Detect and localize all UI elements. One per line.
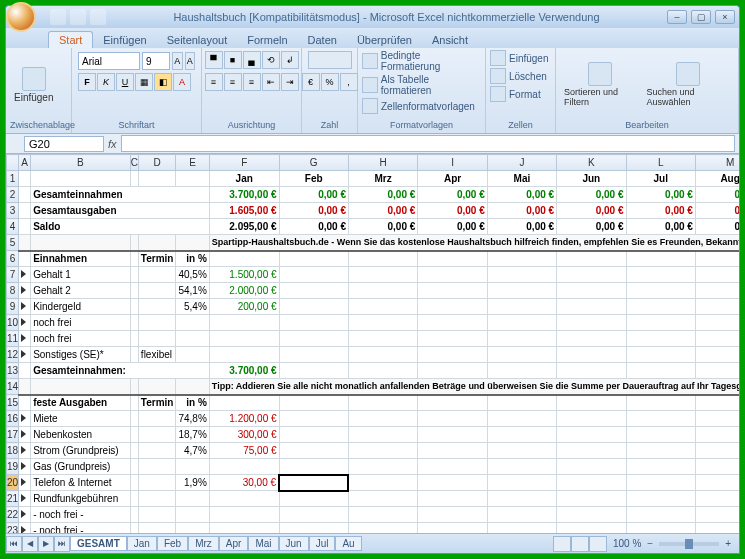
delete-cells-button[interactable]: Löschen: [490, 68, 547, 84]
cell[interactable]: flexibel: [138, 347, 176, 363]
cell[interactable]: [130, 379, 138, 395]
sheet-last-button[interactable]: ⏭: [54, 536, 70, 552]
cell[interactable]: [209, 395, 279, 411]
cell[interactable]: [176, 379, 209, 395]
cell[interactable]: [138, 171, 176, 187]
cell[interactable]: feste Ausgaben: [31, 395, 131, 411]
cell[interactable]: Saldo: [31, 219, 210, 235]
row-header[interactable]: 7: [7, 267, 19, 283]
cell[interactable]: [418, 507, 487, 523]
cell[interactable]: [695, 283, 739, 299]
cell[interactable]: [695, 251, 739, 267]
cell[interactable]: Gas (Grundpreis): [31, 459, 131, 475]
cell[interactable]: [348, 251, 417, 267]
zoom-in-button[interactable]: +: [725, 538, 731, 549]
qat-undo-icon[interactable]: [70, 9, 86, 25]
maximize-button[interactable]: ▢: [691, 10, 711, 24]
fx-icon[interactable]: fx: [108, 138, 117, 150]
cell[interactable]: [279, 363, 348, 379]
cell[interactable]: Gesamtausgaben: [31, 203, 210, 219]
wrap-text-button[interactable]: ↲: [281, 51, 299, 69]
cell[interactable]: 1.500,00 €: [209, 267, 279, 283]
cell[interactable]: Feb: [279, 171, 348, 187]
cell[interactable]: [348, 395, 417, 411]
shrink-font-icon[interactable]: A: [185, 52, 196, 70]
cell[interactable]: [130, 475, 138, 491]
cell[interactable]: [209, 315, 279, 331]
cell[interactable]: noch frei: [31, 315, 131, 331]
col-header[interactable]: C: [130, 155, 138, 171]
align-top-button[interactable]: ▀: [205, 51, 223, 69]
cell[interactable]: [626, 523, 695, 534]
cell[interactable]: [19, 459, 31, 475]
align-left-button[interactable]: ≡: [205, 73, 223, 91]
cell[interactable]: [19, 235, 31, 251]
cell[interactable]: [130, 235, 138, 251]
cell[interactable]: [695, 411, 739, 427]
cell[interactable]: 54,1%: [176, 283, 209, 299]
cell[interactable]: [138, 491, 176, 507]
row-header[interactable]: 21: [7, 491, 19, 507]
cell[interactable]: - noch frei -: [31, 507, 131, 523]
cell[interactable]: [418, 491, 487, 507]
cell[interactable]: [348, 507, 417, 523]
cell[interactable]: Rundfunkgebühren: [31, 491, 131, 507]
cell[interactable]: [279, 427, 348, 443]
cell[interactable]: [279, 283, 348, 299]
cell[interactable]: 1,9%: [176, 475, 209, 491]
sheet-tab-mai[interactable]: Mai: [248, 536, 278, 551]
cell[interactable]: Gesamteinnahmen: [31, 187, 210, 203]
cell[interactable]: [279, 411, 348, 427]
cell[interactable]: [487, 475, 556, 491]
cell[interactable]: [209, 523, 279, 534]
cell[interactable]: [279, 459, 348, 475]
cell[interactable]: 0,00 €: [557, 187, 626, 203]
cell[interactable]: Spartipp-Haushaltsbuch.de - Wenn Sie das…: [209, 235, 739, 251]
row-header[interactable]: 8: [7, 283, 19, 299]
align-mid-button[interactable]: ■: [224, 51, 242, 69]
cell[interactable]: [19, 347, 31, 363]
cell[interactable]: [418, 331, 487, 347]
cell[interactable]: [19, 219, 31, 235]
cell[interactable]: Strom (Grundpreis): [31, 443, 131, 459]
cell[interactable]: [279, 395, 348, 411]
cell[interactable]: [418, 251, 487, 267]
cell[interactable]: [626, 315, 695, 331]
cell[interactable]: [209, 251, 279, 267]
sheet-tab-feb[interactable]: Feb: [157, 536, 188, 551]
row-header[interactable]: 2: [7, 187, 19, 203]
align-right-button[interactable]: ≡: [243, 73, 261, 91]
cell[interactable]: [209, 331, 279, 347]
cell[interactable]: [279, 347, 348, 363]
cell[interactable]: [348, 427, 417, 443]
tab-einfügen[interactable]: Einfügen: [93, 32, 156, 48]
cell[interactable]: in %: [176, 251, 209, 267]
cell[interactable]: [19, 299, 31, 315]
cell[interactable]: 0,00 €: [348, 187, 417, 203]
percent-button[interactable]: %: [321, 73, 339, 91]
align-center-button[interactable]: ≡: [224, 73, 242, 91]
cell[interactable]: 0,00 €: [626, 203, 695, 219]
cell[interactable]: [130, 395, 138, 411]
cell[interactable]: 2.000,00 €: [209, 283, 279, 299]
cell[interactable]: [695, 459, 739, 475]
cell[interactable]: [138, 523, 176, 534]
cell[interactable]: [176, 347, 209, 363]
cell[interactable]: [626, 283, 695, 299]
cell[interactable]: [138, 459, 176, 475]
sheet-prev-button[interactable]: ◀: [22, 536, 38, 552]
cell[interactable]: [279, 267, 348, 283]
cell[interactable]: Tipp: Addieren Sie alle nicht monatlich …: [209, 379, 739, 395]
cell[interactable]: [348, 315, 417, 331]
cell[interactable]: [138, 379, 176, 395]
cell[interactable]: 0,00 €: [279, 187, 348, 203]
cell[interactable]: [176, 507, 209, 523]
sheet-tab-gesamt[interactable]: GESAMT: [70, 536, 127, 551]
cell[interactable]: [626, 299, 695, 315]
comma-button[interactable]: ,: [340, 73, 358, 91]
col-header[interactable]: H: [348, 155, 417, 171]
cell[interactable]: [418, 523, 487, 534]
cell[interactable]: [130, 331, 138, 347]
italic-button[interactable]: K: [97, 73, 115, 91]
cell[interactable]: Telefon & Internet: [31, 475, 131, 491]
